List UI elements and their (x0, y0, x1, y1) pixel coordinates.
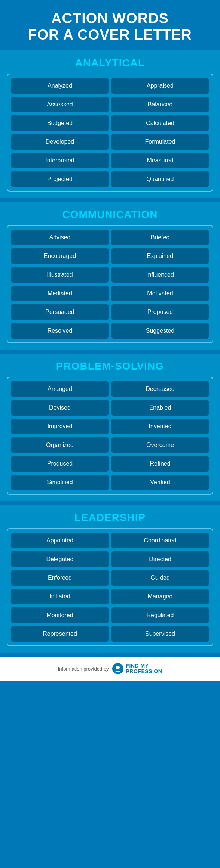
words-grid-problem-solving: ArrangedDecreasedDevisedEnabledImprovedI… (11, 381, 209, 490)
word-cell: Appraised (111, 78, 209, 94)
words-grid-container-communication: AdvisedBriefedEncouragedExplainedIllustr… (7, 225, 213, 343)
section-communication: COMMUNICATIONAdvisedBriefedEncouragedExp… (0, 202, 220, 350)
word-cell: Monitored (11, 607, 109, 623)
word-cell: Measured (111, 153, 209, 168)
word-cell: Organized (11, 437, 109, 453)
section-title-problem-solving: PROBLEM-SOLVING (0, 354, 220, 377)
word-cell: Invented (111, 419, 209, 434)
word-cell: Managed (111, 589, 209, 604)
word-cell: Advised (11, 230, 109, 245)
word-cell: Improved (11, 419, 109, 434)
word-cell: Persuaded (11, 304, 109, 320)
section-leadership: LEADERSHIPAppointedCoordinatedDelegatedD… (0, 505, 220, 653)
word-cell: Calculated (111, 115, 209, 131)
word-cell: Arranged (11, 381, 109, 397)
svg-point-1 (116, 666, 120, 669)
word-cell: Formulated (111, 134, 209, 150)
section-title-leadership: LEADERSHIP (0, 505, 220, 528)
word-cell: Refined (111, 456, 209, 472)
word-cell: Coordinated (111, 533, 209, 548)
word-cell: Explained (111, 248, 209, 264)
word-cell: Illustrated (11, 267, 109, 283)
word-cell: Projected (11, 171, 109, 187)
word-cell: Motivated (111, 286, 209, 301)
word-cell: Mediated (11, 286, 109, 301)
footer: Information provided by FIND MY PROFESSI… (0, 657, 220, 681)
word-cell: Balanced (111, 97, 209, 112)
word-cell: Supervised (111, 626, 209, 642)
word-cell: Verified (111, 475, 209, 490)
footer-label: Information provided by (58, 666, 109, 672)
word-cell: Assessed (11, 97, 109, 112)
word-cell: Regulated (111, 607, 209, 623)
logo-text: FIND MY PROFESSION (126, 663, 162, 675)
page-title: ACTION WORDS FOR A COVER LETTER (7, 10, 213, 43)
word-cell: Delegated (11, 551, 109, 567)
word-cell: Devised (11, 400, 109, 416)
words-grid-container-analytical: AnalyzedAppraisedAssessedBalancedBudgete… (7, 74, 213, 192)
word-cell: Budgeted (11, 115, 109, 131)
logo: FIND MY PROFESSION (112, 663, 162, 675)
section-analytical: ANALYTICALAnalyzedAppraisedAssessedBalan… (0, 50, 220, 198)
section-title-communication: COMMUNICATION (0, 202, 220, 225)
words-grid-container-leadership: AppointedCoordinatedDelegatedDirectedEnf… (7, 528, 213, 646)
word-cell: Influenced (111, 267, 209, 283)
words-grid-leadership: AppointedCoordinatedDelegatedDirectedEnf… (11, 533, 209, 642)
words-grid-analytical: AnalyzedAppraisedAssessedBalancedBudgete… (11, 78, 209, 187)
word-cell: Simplified (11, 475, 109, 490)
word-cell: Produced (11, 456, 109, 472)
word-cell: Initiated (11, 589, 109, 604)
word-cell: Decreased (111, 381, 209, 397)
word-cell: Analyzed (11, 78, 109, 94)
logo-icon (112, 663, 124, 675)
page-header: ACTION WORDS FOR A COVER LETTER (0, 0, 220, 50)
word-cell: Resolved (11, 323, 109, 339)
word-cell: Represented (11, 626, 109, 642)
word-cell: Enabled (111, 400, 209, 416)
word-cell: Appointed (11, 533, 109, 548)
word-cell: Directed (111, 551, 209, 567)
word-cell: Quantified (111, 171, 209, 187)
word-cell: Guided (111, 570, 209, 586)
words-grid-communication: AdvisedBriefedEncouragedExplainedIllustr… (11, 230, 209, 339)
word-cell: Suggested (111, 323, 209, 339)
section-title-analytical: ANALYTICAL (0, 50, 220, 74)
word-cell: Interpreted (11, 153, 109, 168)
word-cell: Developed (11, 134, 109, 150)
word-cell: Briefed (111, 230, 209, 245)
words-grid-container-problem-solving: ArrangedDecreasedDevisedEnabledImprovedI… (7, 377, 213, 495)
word-cell: Encouraged (11, 248, 109, 264)
section-problem-solving: PROBLEM-SOLVINGArrangedDecreasedDevisedE… (0, 354, 220, 501)
word-cell: Proposed (111, 304, 209, 320)
word-cell: Enforced (11, 570, 109, 586)
word-cell: Overcame (111, 437, 209, 453)
